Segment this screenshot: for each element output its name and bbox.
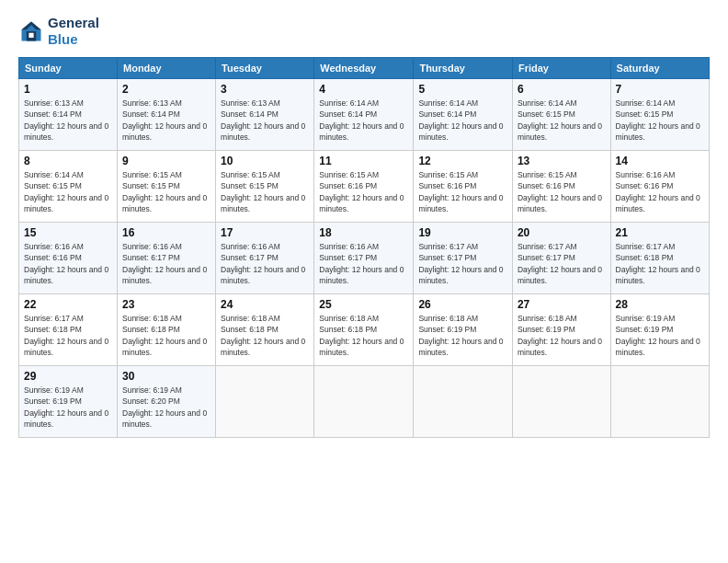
sunset-label: Sunset: 6:14 PM <box>122 109 180 119</box>
day-info: Sunrise: 6:15 AM Sunset: 6:16 PM Dayligh… <box>418 169 507 214</box>
calendar-header-row: Sunday Monday Tuesday Wednesday Thursday… <box>19 58 710 79</box>
sunset-label: Sunset: 6:16 PM <box>418 181 476 190</box>
sunrise-label: Sunrise: 6:15 AM <box>518 170 577 179</box>
day-info: Sunrise: 6:13 AM Sunset: 6:14 PM Dayligh… <box>122 98 210 143</box>
calendar-week-row: 22 Sunrise: 6:17 AM Sunset: 6:18 PM Dayl… <box>19 294 710 366</box>
daylight-label: Daylight: 12 hours and 0 minutes. <box>24 265 108 285</box>
day-info: Sunrise: 6:14 AM Sunset: 6:15 PM Dayligh… <box>24 169 112 214</box>
sunrise-label: Sunrise: 6:14 AM <box>24 170 84 179</box>
table-row: 25 Sunrise: 6:18 AM Sunset: 6:18 PM Dayl… <box>314 294 414 366</box>
sunrise-label: Sunrise: 6:16 AM <box>122 242 182 251</box>
day-info: Sunrise: 6:17 AM Sunset: 6:17 PM Dayligh… <box>518 241 606 286</box>
day-number: 25 <box>319 298 408 311</box>
day-info: Sunrise: 6:13 AM Sunset: 6:14 PM Dayligh… <box>24 98 112 143</box>
day-number: 8 <box>24 155 112 167</box>
daylight-label: Daylight: 12 hours and 0 minutes. <box>221 265 305 285</box>
sunrise-label: Sunrise: 6:14 AM <box>319 98 379 108</box>
day-number: 7 <box>616 83 704 96</box>
day-number: 22 <box>24 298 112 311</box>
sunset-label: Sunset: 6:18 PM <box>616 253 674 262</box>
sunset-label: Sunset: 6:16 PM <box>319 181 377 190</box>
sunrise-label: Sunrise: 6:18 AM <box>122 314 182 323</box>
daylight-label: Daylight: 12 hours and 0 minutes. <box>24 408 108 429</box>
day-number: 21 <box>616 226 704 239</box>
sunset-label: Sunset: 6:16 PM <box>518 181 575 190</box>
day-number: 20 <box>518 226 606 239</box>
sunrise-label: Sunrise: 6:15 AM <box>221 170 280 179</box>
table-row: 30 Sunrise: 6:19 AM Sunset: 6:20 PM Dayl… <box>118 366 216 438</box>
daylight-label: Daylight: 12 hours and 0 minutes. <box>122 193 207 213</box>
daylight-label: Daylight: 12 hours and 0 minutes. <box>319 121 404 142</box>
daylight-label: Daylight: 12 hours and 0 minutes. <box>221 337 305 357</box>
day-info: Sunrise: 6:18 AM Sunset: 6:19 PM Dayligh… <box>418 313 507 358</box>
sunset-label: Sunset: 6:18 PM <box>122 325 180 334</box>
sunrise-label: Sunrise: 6:13 AM <box>221 98 280 108</box>
sunrise-label: Sunrise: 6:17 AM <box>518 242 577 251</box>
sunset-label: Sunset: 6:15 PM <box>24 181 82 190</box>
logo-general: General <box>48 15 99 30</box>
table-row <box>314 366 414 438</box>
table-row: 21 Sunrise: 6:17 AM Sunset: 6:18 PM Dayl… <box>610 223 709 294</box>
table-row: 10 Sunrise: 6:15 AM Sunset: 6:15 PM Dayl… <box>216 151 314 223</box>
daylight-label: Daylight: 12 hours and 0 minutes. <box>418 193 503 213</box>
page: General Blue Sunday Monday Tuesday Wedne… <box>0 0 728 563</box>
table-row: 2 Sunrise: 6:13 AM Sunset: 6:14 PM Dayli… <box>118 79 216 151</box>
sunset-label: Sunset: 6:19 PM <box>24 396 82 406</box>
daylight-label: Daylight: 12 hours and 0 minutes. <box>319 265 404 285</box>
table-row: 16 Sunrise: 6:16 AM Sunset: 6:17 PM Dayl… <box>118 223 216 294</box>
sunset-label: Sunset: 6:16 PM <box>24 253 82 262</box>
day-number: 16 <box>122 226 210 239</box>
sunrise-label: Sunrise: 6:13 AM <box>122 98 182 108</box>
logo-blue-text: Blue <box>48 31 78 47</box>
col-monday: Monday <box>118 58 216 79</box>
sunrise-label: Sunrise: 6:18 AM <box>518 314 577 323</box>
calendar-week-row: 8 Sunrise: 6:14 AM Sunset: 6:15 PM Dayli… <box>19 151 710 223</box>
sunrise-label: Sunrise: 6:14 AM <box>518 98 577 108</box>
day-info: Sunrise: 6:15 AM Sunset: 6:16 PM Dayligh… <box>319 169 408 214</box>
day-number: 6 <box>518 83 606 96</box>
day-info: Sunrise: 6:18 AM Sunset: 6:18 PM Dayligh… <box>221 313 309 358</box>
sunset-label: Sunset: 6:14 PM <box>418 109 476 119</box>
sunset-label: Sunset: 6:15 PM <box>518 109 575 119</box>
sunset-label: Sunset: 6:17 PM <box>319 253 377 262</box>
sunset-label: Sunset: 6:18 PM <box>24 325 82 334</box>
sunset-label: Sunset: 6:14 PM <box>319 109 377 119</box>
table-row: 18 Sunrise: 6:16 AM Sunset: 6:17 PM Dayl… <box>314 223 414 294</box>
day-number: 11 <box>319 155 408 167</box>
table-row: 15 Sunrise: 6:16 AM Sunset: 6:16 PM Dayl… <box>19 223 118 294</box>
day-info: Sunrise: 6:16 AM Sunset: 6:16 PM Dayligh… <box>616 169 704 214</box>
day-number: 12 <box>418 155 507 167</box>
day-info: Sunrise: 6:16 AM Sunset: 6:17 PM Dayligh… <box>122 241 210 286</box>
daylight-label: Daylight: 12 hours and 0 minutes. <box>616 265 700 285</box>
day-number: 15 <box>24 226 112 239</box>
table-row: 1 Sunrise: 6:13 AM Sunset: 6:14 PM Dayli… <box>19 79 118 151</box>
table-row: 29 Sunrise: 6:19 AM Sunset: 6:19 PM Dayl… <box>19 366 118 438</box>
sunrise-label: Sunrise: 6:14 AM <box>616 98 676 108</box>
sunrise-label: Sunrise: 6:17 AM <box>616 242 676 251</box>
logo-text: General Blue <box>48 15 99 48</box>
table-row: 11 Sunrise: 6:15 AM Sunset: 6:16 PM Dayl… <box>314 151 414 223</box>
calendar-week-row: 15 Sunrise: 6:16 AM Sunset: 6:16 PM Dayl… <box>19 223 710 294</box>
sunset-label: Sunset: 6:20 PM <box>122 396 180 406</box>
daylight-label: Daylight: 12 hours and 0 minutes. <box>518 337 602 357</box>
day-info: Sunrise: 6:17 AM Sunset: 6:18 PM Dayligh… <box>616 241 704 286</box>
daylight-label: Daylight: 12 hours and 0 minutes. <box>418 337 503 357</box>
table-row: 3 Sunrise: 6:13 AM Sunset: 6:14 PM Dayli… <box>216 79 314 151</box>
sunset-label: Sunset: 6:17 PM <box>518 253 575 262</box>
daylight-label: Daylight: 12 hours and 0 minutes. <box>616 193 700 213</box>
day-number: 2 <box>122 83 210 96</box>
table-row: 28 Sunrise: 6:19 AM Sunset: 6:19 PM Dayl… <box>610 294 709 366</box>
day-number: 30 <box>122 370 210 383</box>
daylight-label: Daylight: 12 hours and 0 minutes. <box>418 121 503 142</box>
day-number: 19 <box>418 226 507 239</box>
daylight-label: Daylight: 12 hours and 0 minutes. <box>518 265 602 285</box>
day-number: 17 <box>221 226 309 239</box>
day-info: Sunrise: 6:14 AM Sunset: 6:14 PM Dayligh… <box>418 98 507 143</box>
day-info: Sunrise: 6:16 AM Sunset: 6:17 PM Dayligh… <box>319 241 408 286</box>
table-row: 14 Sunrise: 6:16 AM Sunset: 6:16 PM Dayl… <box>610 151 709 223</box>
daylight-label: Daylight: 12 hours and 0 minutes. <box>122 408 207 429</box>
day-info: Sunrise: 6:18 AM Sunset: 6:19 PM Dayligh… <box>518 313 606 358</box>
table-row: 24 Sunrise: 6:18 AM Sunset: 6:18 PM Dayl… <box>216 294 314 366</box>
sunrise-label: Sunrise: 6:19 AM <box>616 314 676 323</box>
day-number: 10 <box>221 155 309 167</box>
